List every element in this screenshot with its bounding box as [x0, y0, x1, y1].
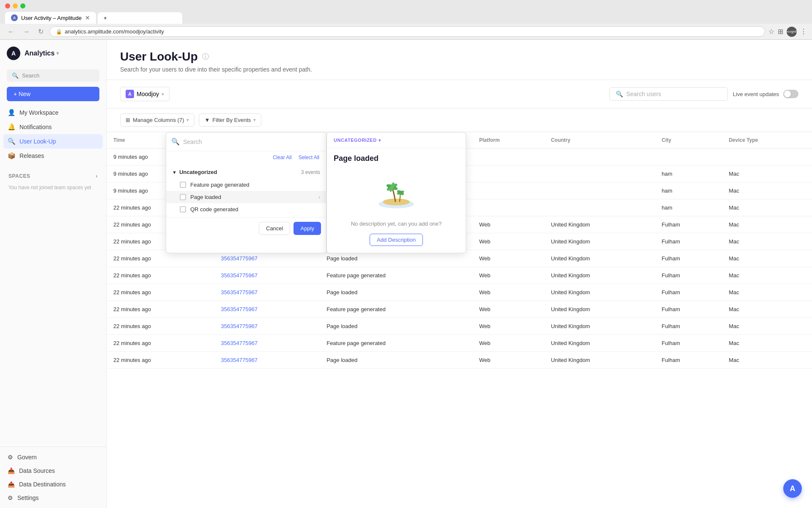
toggle-knob: [784, 91, 791, 97]
sidebar-app-name[interactable]: Analytics ▾: [25, 50, 59, 57]
sidebar-item-settings[interactable]: ⚙ Settings: [3, 491, 103, 505]
event-category-badge[interactable]: UNCATEGORIZED ▾: [334, 138, 381, 143]
releases-icon: 📦: [8, 152, 15, 160]
apply-button[interactable]: Apply: [294, 222, 321, 235]
search-box[interactable]: 🔍 Search: [7, 69, 99, 82]
checkbox-qr-code[interactable]: [180, 206, 186, 213]
filter-item-page-loaded[interactable]: Page loaded ›: [166, 191, 326, 203]
new-button[interactable]: + New: [7, 87, 99, 101]
search-icon: 🔍: [12, 72, 19, 79]
category-chevron-down: ▼: [172, 170, 177, 175]
toolbar: A Moodjoy ▾ 🔍 Search users Live event up…: [107, 80, 812, 108]
clear-all-button[interactable]: Clear All: [271, 154, 294, 161]
info-icon[interactable]: ⓘ: [202, 52, 209, 61]
filter-search: 🔍: [166, 133, 326, 151]
minimize-button[interactable]: [13, 3, 18, 8]
settings-label: Settings: [17, 494, 39, 501]
filter-item-qr-code[interactable]: QR code generated: [166, 203, 326, 215]
col-platform[interactable]: Platform: [472, 132, 544, 149]
menu-icon[interactable]: ⋮: [800, 28, 807, 36]
search-users-placeholder: Search users: [626, 91, 661, 97]
releases-label: Releases: [19, 152, 44, 159]
page-subtitle: Search for your users to dive into their…: [120, 66, 798, 73]
main-content: User Look-Up ⓘ Search for your users to …: [107, 40, 812, 508]
filter-by-events-button[interactable]: ▼ Filter By Events ▾: [199, 113, 261, 127]
sidebar-item-releases[interactable]: 📦 Releases: [3, 149, 103, 163]
sidebar-item-data-sources[interactable]: 📥 Data Sources: [3, 464, 103, 478]
search-users-input[interactable]: 🔍 Search users: [609, 87, 728, 101]
extension-icon[interactable]: ⊞: [778, 28, 783, 36]
category-badge-chevron: ▾: [379, 138, 381, 143]
live-toggle-switch[interactable]: [783, 90, 798, 98]
govern-icon: ⚙: [8, 454, 13, 461]
settings-icon: ⚙: [8, 494, 13, 501]
filter-actions: Clear All Select All: [166, 151, 326, 164]
notifications-icon: 🔔: [8, 123, 15, 131]
manage-columns-button[interactable]: ⊞ Manage Columns (7) ▾: [120, 113, 195, 127]
maximize-button[interactable]: [20, 3, 25, 8]
page-loaded-label: Page loaded: [190, 194, 221, 200]
fab-button[interactable]: A: [783, 479, 802, 498]
user-link[interactable]: 356354775967: [221, 357, 258, 363]
select-all-button[interactable]: Select All: [297, 154, 321, 161]
sidebar-item-govern[interactable]: ⚙ Govern: [3, 450, 103, 464]
new-tab-button[interactable]: +: [98, 12, 182, 24]
notifications-label: Notifications: [19, 124, 52, 130]
search-users-icon: 🔍: [616, 91, 623, 97]
table-container: Time User ID Event Type Platform Country…: [107, 132, 812, 508]
add-description-button[interactable]: Add Description: [370, 234, 423, 246]
user-link[interactable]: 356354775967: [221, 340, 258, 346]
feature-page-label: Feature page generated: [190, 182, 250, 188]
filter-item-feature-page[interactable]: Feature page generated: [166, 179, 326, 191]
browser-tab[interactable]: A User Activity – Amplitude ✕: [5, 12, 96, 24]
main-header: User Look-Up ⓘ Search for your users to …: [107, 40, 812, 80]
sidebar-spaces: SPACES › You have not joined team spaces…: [0, 168, 106, 198]
checkbox-feature-page[interactable]: [180, 182, 186, 188]
user-link[interactable]: 356354775967: [221, 255, 258, 262]
event-detail-panel: UNCATEGORIZED ▾ Page loaded: [326, 132, 466, 253]
sidebar-item-my-workspace[interactable]: 👤 My Workspace: [3, 105, 103, 120]
live-toggle-label: Live event updates: [733, 91, 779, 97]
col-country[interactable]: Country: [544, 132, 655, 149]
tab-close-button[interactable]: ✕: [85, 14, 90, 21]
forward-button[interactable]: →: [20, 27, 32, 36]
manage-columns-icon: ⊞: [126, 117, 130, 123]
logo-letter: A: [11, 50, 16, 57]
spaces-label: SPACES: [8, 173, 30, 179]
workspace-icon: 👤: [8, 109, 15, 116]
table-row: 22 minutes ago356354775967Feature page g…: [107, 267, 812, 284]
org-badge[interactable]: A Moodjoy ▾: [120, 87, 170, 101]
live-toggle: Live event updates: [733, 90, 798, 98]
cancel-button[interactable]: Cancel: [259, 222, 290, 235]
refresh-button[interactable]: ↻: [36, 27, 46, 36]
spaces-header[interactable]: SPACES ›: [4, 171, 102, 181]
filter-category-header[interactable]: ▼ Uncategorized 3 events: [166, 166, 326, 179]
page-loaded-submenu-icon: ›: [318, 194, 320, 200]
col-city[interactable]: City: [655, 132, 722, 149]
filter-section: ▼ Uncategorized 3 events Feature page ge…: [166, 164, 326, 217]
lock-icon: 🔒: [56, 29, 62, 35]
user-link[interactable]: 356354775967: [221, 306, 258, 312]
user-link[interactable]: 356354775967: [221, 272, 258, 279]
address-bar[interactable]: 🔒 analytics.amplitude.com/moodjoy/activi…: [49, 26, 765, 37]
col-device[interactable]: Device Type: [722, 132, 812, 149]
sidebar-item-user-lookup[interactable]: 🔍 User Look-Up: [3, 134, 103, 149]
dropdown-overlay: 🔍 Clear All Select All ▼ Uncategorized: [166, 132, 466, 253]
bookmark-icon[interactable]: ☆: [768, 28, 774, 36]
spaces-empty-text: You have not joined team spaces yet: [4, 181, 102, 195]
sidebar-item-notifications[interactable]: 🔔 Notifications: [3, 120, 103, 134]
user-link[interactable]: 356354775967: [221, 323, 258, 329]
browser-avatar[interactable]: Incognito: [787, 27, 797, 37]
back-button[interactable]: ←: [5, 27, 17, 36]
data-destinations-label: Data Destinations: [19, 481, 66, 488]
filter-search-input[interactable]: [183, 138, 321, 145]
checkbox-page-loaded[interactable]: [180, 194, 186, 200]
spaces-chevron: ›: [96, 173, 98, 179]
filter-chevron: ▾: [253, 117, 256, 123]
sidebar-item-data-destinations[interactable]: 📤 Data Destinations: [3, 478, 103, 491]
sidebar: A Analytics ▾ 🔍 Search + New 👤 My Worksp…: [0, 40, 107, 508]
org-chevron: ▾: [162, 91, 164, 97]
sidebar-search: 🔍 Search: [0, 67, 106, 84]
close-button[interactable]: [5, 3, 10, 8]
user-link[interactable]: 356354775967: [221, 289, 258, 295]
